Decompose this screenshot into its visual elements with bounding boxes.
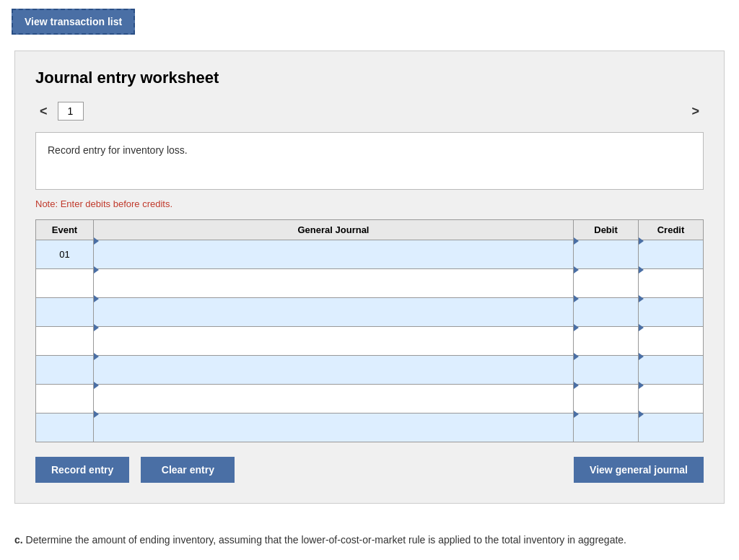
journal-input[interactable] xyxy=(94,246,573,274)
col-header-debit: Debit xyxy=(574,220,639,240)
table-row: 01 xyxy=(36,240,704,269)
event-cell xyxy=(36,298,94,327)
triangle-icon xyxy=(94,411,99,418)
triangle-icon xyxy=(574,382,579,389)
col-header-general-journal: General Journal xyxy=(94,220,574,240)
col-header-event: Event xyxy=(36,220,94,240)
journal-input[interactable] xyxy=(94,275,573,303)
credit-cell[interactable] xyxy=(639,240,704,269)
event-cell xyxy=(36,385,94,414)
triangle-icon xyxy=(639,295,644,302)
col-header-credit: Credit xyxy=(639,220,704,240)
triangle-icon xyxy=(574,353,579,360)
credit-input[interactable] xyxy=(639,362,703,390)
triangle-icon xyxy=(574,266,579,274)
triangle-icon xyxy=(574,295,579,302)
description-box: Record entry for inventory loss. xyxy=(35,132,704,190)
triangle-icon xyxy=(574,324,579,331)
triangle-icon xyxy=(639,382,644,389)
note-text: Note: Enter debits before credits. xyxy=(35,198,704,209)
triangle-icon xyxy=(94,237,99,245)
journal-table: Event General Journal Debit Credit 01 xyxy=(35,219,704,442)
prev-arrow-button[interactable]: < xyxy=(35,102,52,121)
section-c-text: c. Determine the amount of ending invent… xyxy=(14,533,725,548)
triangle-icon xyxy=(639,411,644,418)
triangle-icon xyxy=(94,353,99,360)
nav-row: < 1 > xyxy=(35,102,704,121)
worksheet-container: Journal entry worksheet < 1 > Record ent… xyxy=(14,51,725,504)
triangle-icon xyxy=(574,237,579,245)
top-bar: View transaction list xyxy=(0,0,739,43)
journal-input[interactable] xyxy=(94,304,573,332)
section-c-label: c. xyxy=(14,534,23,546)
triangle-icon xyxy=(639,353,644,360)
debit-input[interactable] xyxy=(574,275,638,303)
journal-input[interactable] xyxy=(94,362,573,390)
event-cell: 01 xyxy=(36,240,94,269)
event-cell xyxy=(36,414,94,442)
button-row: Record entry Clear entry View general jo… xyxy=(35,457,704,483)
triangle-icon xyxy=(94,295,99,302)
clear-entry-button[interactable]: Clear entry xyxy=(141,457,235,483)
debit-input[interactable] xyxy=(574,419,638,447)
page-number: 1 xyxy=(58,102,84,121)
journal-input[interactable] xyxy=(94,419,573,447)
debit-input[interactable] xyxy=(574,390,638,419)
triangle-icon xyxy=(574,411,579,418)
view-transaction-button[interactable]: View transaction list xyxy=(12,9,135,35)
debit-input[interactable] xyxy=(574,362,638,390)
section-c-description: Determine the amount of ending inventory… xyxy=(26,534,626,546)
debit-input[interactable] xyxy=(574,333,638,361)
credit-input[interactable] xyxy=(639,275,703,303)
credit-input[interactable] xyxy=(639,304,703,332)
event-cell xyxy=(36,269,94,298)
section-c: c. Determine the amount of ending invent… xyxy=(14,533,725,560)
triangle-icon xyxy=(94,324,99,331)
journal-input[interactable] xyxy=(94,390,573,419)
worksheet-title: Journal entry worksheet xyxy=(35,69,704,87)
triangle-icon xyxy=(639,266,644,274)
event-cell xyxy=(36,327,94,356)
credit-input[interactable] xyxy=(639,390,703,419)
triangle-icon xyxy=(94,382,99,389)
credit-input[interactable] xyxy=(639,333,703,361)
debit-input[interactable] xyxy=(574,246,638,274)
event-cell xyxy=(36,356,94,385)
view-general-journal-button[interactable]: View general journal xyxy=(574,457,704,483)
next-arrow-button[interactable]: > xyxy=(687,102,704,121)
nav-left: < 1 xyxy=(35,102,84,121)
record-entry-button[interactable]: Record entry xyxy=(35,457,129,483)
triangle-icon xyxy=(94,266,99,274)
debit-cell[interactable] xyxy=(574,240,639,269)
journal-input[interactable] xyxy=(94,333,573,361)
triangle-icon xyxy=(639,324,644,331)
credit-input[interactable] xyxy=(639,246,703,274)
debit-input[interactable] xyxy=(574,304,638,332)
triangle-icon xyxy=(639,237,644,245)
journal-cell[interactable] xyxy=(94,240,574,269)
credit-input[interactable] xyxy=(639,419,703,447)
